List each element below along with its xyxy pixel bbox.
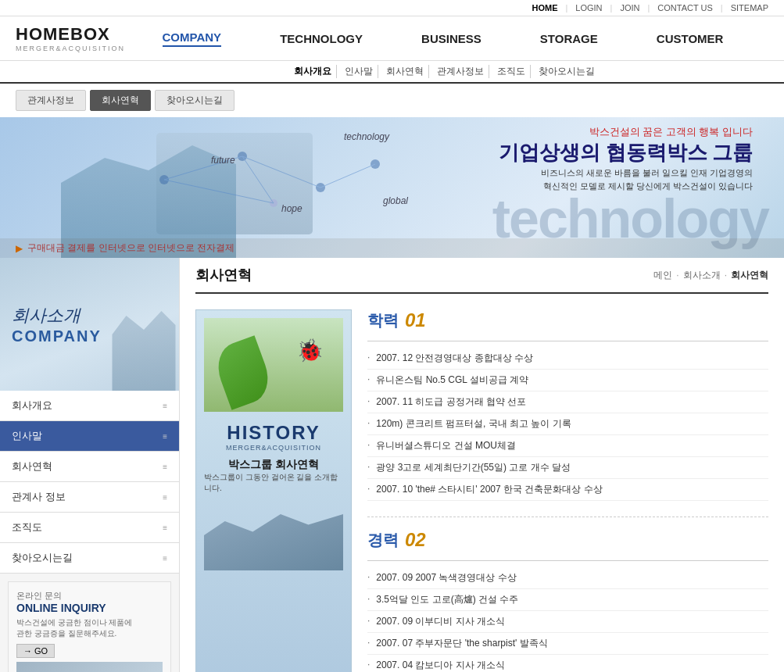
- sidebar-item-insamal[interactable]: 인사말 ≡: [0, 421, 179, 452]
- page-title-area: 회사연혁 메인 · 회사소개 · 회사연혁: [195, 258, 768, 294]
- breadcrumb-tabs: 관계사정보 회사연혁 찾아오시는길: [0, 84, 784, 117]
- hero-word-global: global: [383, 195, 408, 206]
- chevron-icon-5: ≡: [163, 554, 167, 563]
- go-button[interactable]: → GO: [16, 644, 55, 658]
- sidebar-item-chajaosisneuneun[interactable]: 찾아오시는길 ≡: [0, 543, 179, 574]
- svg-line-7: [320, 164, 375, 188]
- logo-main: HOMEBOX: [16, 24, 117, 45]
- hero-text-block: 박스건설의 꿈은 고객의 행복 입니다 기업상생의 협동력박스 그룹 비즈니스의…: [499, 125, 753, 192]
- hero-bottom-bar: ▶ 구매대금 결제를 인터넷으로 인터넷으로 전자결제: [0, 238, 784, 258]
- header: HOMEBOX MERGER&ACQUISITION COMPANY TECHN…: [0, 16, 784, 61]
- top-bar: HOME | LOGIN | JOIN | CONTACT US | SITEM…: [0, 0, 784, 16]
- cat-label-0: 학력: [367, 310, 399, 331]
- topbar-join[interactable]: JOIN: [620, 3, 639, 13]
- subnav-2[interactable]: 회사연혁: [381, 65, 429, 78]
- main-nav: COMPANY TECHNOLOGY BUSINESS STORAGE CUST…: [117, 30, 768, 47]
- sidebar-building-img: [16, 662, 163, 672]
- inquiry-title-en: ONLINE INQUIRY: [16, 602, 163, 614]
- topbar-contact[interactable]: CONTACT US: [657, 3, 713, 13]
- sidebar-company-en: COMPANY: [12, 327, 102, 345]
- history-category-1: 경력 02 ·2007. 09 2007 녹색경영대상 수상 ·3.5억달 인도…: [367, 529, 768, 672]
- logo: HOMEBOX MERGER&ACQUISITION: [16, 24, 117, 52]
- sidebar-item-jojikdo[interactable]: 조직도 ≡: [0, 513, 179, 543]
- subnav-5[interactable]: 찾아오시는길: [534, 65, 600, 78]
- hero-link-text[interactable]: 구매대금 결제를 인터넷으로 인터넷으로 전자결제: [27, 241, 234, 255]
- subnav-1[interactable]: 인사말: [340, 65, 378, 78]
- sidebar-item-hoisagaeyo[interactable]: 회사개요 ≡: [0, 391, 179, 421]
- ladybug-icon: 🐞: [296, 338, 324, 363]
- inquiry-title-kr: 온라인 문의: [16, 590, 163, 602]
- book-desc-kr: 박스그룹 회사연혁: [228, 458, 319, 472]
- hero-banner: technology future global hope 박스건설의 꿈은 고…: [0, 117, 784, 258]
- book-building-img: [204, 500, 343, 570]
- sidebar-menu: 회사개요 ≡ 인사말 ≡ 회사연혁 ≡ 관계사 정보 ≡ 조직도 ≡ 찾아오시는…: [0, 391, 179, 574]
- category-title-0: 학력 01: [367, 309, 768, 331]
- book-desc-en: 박스그룹이 그동안 걸어온 길을 소개합니다.: [204, 472, 343, 494]
- svg-line-8: [164, 180, 274, 203]
- main-content: 회사연혁 메인 · 회사소개 · 회사연혁 🐞 HISTORY MERGER: [180, 258, 784, 672]
- content-area: 회사소개 COMPANY 회사개요 ≡ 인사말 ≡ 회사연혁 ≡ 관계사 정보 …: [0, 258, 784, 672]
- nav-business[interactable]: BUSINESS: [421, 32, 481, 45]
- tab-2[interactable]: 찾아오시는길: [155, 90, 234, 111]
- history-item: ·2007. 09 2007 녹색경영대상 수상: [367, 567, 768, 589]
- arrow-icon: ▶: [16, 243, 23, 254]
- sidebar-banner: 회사소개 COMPANY: [0, 258, 179, 391]
- nav-customer[interactable]: CUSTOMER: [657, 32, 724, 45]
- category-divider: [367, 517, 768, 517]
- logo-sub: MERGER&ACQUISITION: [16, 45, 117, 52]
- history-item: ·2007. 11 히도급 공정거래 협약 선포: [367, 391, 768, 413]
- hero-word-technology: technology: [344, 131, 389, 142]
- sub-nav: 회사개요 인사말 회사연혁 관계사정보 조직도 찾아오시는길: [0, 61, 784, 84]
- chevron-icon-4: ≡: [163, 524, 167, 532]
- history-right: 학력 01 ·2007. 12 안전경영대상 종합대상 수상 ·유니온스팀 No…: [367, 309, 768, 672]
- nav-storage[interactable]: STORAGE: [540, 32, 598, 45]
- breadcrumb-main: 메인: [653, 269, 672, 282]
- breadcrumb-company: 회사소개: [683, 269, 721, 282]
- hero-word-future: future: [211, 155, 235, 166]
- chevron-icon-active: ≡: [163, 432, 167, 441]
- tab-1[interactable]: 회사연혁: [90, 90, 151, 111]
- book-nature-img: 🐞: [204, 318, 343, 412]
- topbar-sitemap[interactable]: SITEMAP: [731, 3, 768, 13]
- category-items-1: ·2007. 09 2007 녹색경영대상 수상 ·3.5억달 인도 고로(高爐…: [367, 560, 768, 672]
- hero-word-hope: hope: [281, 203, 303, 214]
- history-item: ·120m) 콘크리트 펌프터설, 국내 최고 높이 기록: [367, 413, 768, 435]
- network-graphic: [102, 133, 414, 227]
- history-item: ·2007. 07 주부자문단 'the sharpist' 발족식: [367, 633, 768, 655]
- cat-label-1: 경력: [367, 530, 399, 551]
- category-title-1: 경력 02: [367, 529, 768, 551]
- history-section: 🐞 HISTORY MERGER&ACQUISITION 박스그룹 회사연혁 박…: [195, 309, 768, 672]
- topbar-login[interactable]: LOGIN: [575, 3, 602, 13]
- book-title: HISTORY: [227, 422, 320, 444]
- breadcrumb: 메인 · 회사소개 · 회사연혁: [653, 269, 768, 282]
- history-category-0: 학력 01 ·2007. 12 안전경영대상 종합대상 수상 ·유니온스팀 No…: [367, 309, 768, 501]
- cat-num-1: 02: [405, 529, 426, 551]
- book-subtitle: MERGER&ACQUISITION: [226, 444, 321, 452]
- history-item: ·2007. 10 'the# 스타시티' 2007 한국 건축문화대상 수상: [367, 479, 768, 501]
- tab-0[interactable]: 관계사정보: [16, 90, 86, 111]
- subnav-4[interactable]: 조직도: [492, 65, 531, 78]
- subnav-3[interactable]: 관계사정보: [432, 65, 489, 78]
- hero-line1: 박스건설의 꿈은 고객의 행복 입니다: [499, 125, 753, 139]
- history-item: ·2007. 12 안전경영대상 종합대상 수상: [367, 348, 768, 370]
- chevron-icon: ≡: [163, 402, 167, 410]
- sidebar-company-kr: 회사소개: [12, 304, 81, 327]
- inquiry-desc: 박스건설에 궁금한 점이나 제품에 관한 궁금증을 질문해주세요.: [16, 617, 163, 639]
- chevron-icon-2: ≡: [163, 463, 167, 471]
- sidebar-item-hoisayeonhyeok[interactable]: 회사연혁 ≡: [0, 452, 179, 482]
- history-item: ·2007. 04 캄보디아 지사 개소식: [367, 655, 768, 672]
- history-item: ·유니버셜스튜디오 건설 MOU체결: [367, 435, 768, 457]
- nav-technology[interactable]: TECHNOLOGY: [280, 32, 363, 45]
- history-item: ·3.5억달 인도 고로(高爐) 건설 수주: [367, 589, 768, 611]
- cat-num-0: 01: [405, 309, 426, 331]
- nav-company[interactable]: COMPANY: [163, 30, 222, 47]
- history-item: ·유니온스팀 No.5 CGL 설비공급 계약: [367, 370, 768, 391]
- history-item: ·2007. 09 이부디비 지사 개소식: [367, 611, 768, 633]
- topbar-home[interactable]: HOME: [532, 3, 557, 13]
- chevron-icon-3: ≡: [163, 493, 167, 502]
- history-item: ·광양 3고로 세계최단기간(55일) 고로 개수 달성: [367, 457, 768, 479]
- hero-line2: 기업상생의 협동력박스 그룹: [499, 139, 753, 166]
- subnav-0[interactable]: 회사개요: [289, 65, 337, 78]
- history-book: 🐞 HISTORY MERGER&ACQUISITION 박스그룹 회사연혁 박…: [195, 309, 352, 672]
- sidebar-item-gwangyesa[interactable]: 관계사 정보 ≡: [0, 482, 179, 513]
